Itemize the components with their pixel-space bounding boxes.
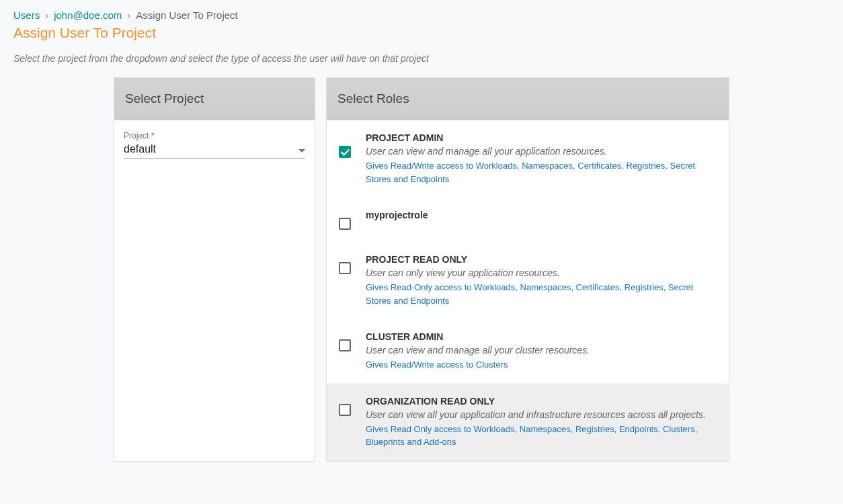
breadcrumb-separator: › <box>45 9 48 21</box>
select-project-header: Select Project <box>114 78 315 120</box>
role-name: PROJECT READ ONLY <box>366 254 717 265</box>
role-item: ORGANIZATION READ ONLYUser can view all … <box>327 384 729 461</box>
role-content: ORGANIZATION READ ONLYUser can view all … <box>366 396 717 449</box>
select-project-panel: Select Project Project * default <box>114 77 315 462</box>
role-item: CLUSTER ADMINUser can view and manage al… <box>327 319 729 384</box>
project-field-label: Project * <box>124 131 305 140</box>
role-access-link[interactable]: Gives Read/Write access to Workloads, Na… <box>366 159 717 185</box>
page-subtitle: Select the project from the dropdown and… <box>13 53 830 64</box>
role-name: myprojectrole <box>366 210 717 220</box>
project-select-value: default <box>124 143 156 155</box>
role-checkbox[interactable] <box>339 404 351 416</box>
breadcrumb-users-link[interactable]: Users <box>13 9 40 21</box>
role-checkbox[interactable] <box>339 262 351 274</box>
role-access-link[interactable]: Gives Read Only access to Workloads, Nam… <box>366 423 717 449</box>
role-item: PROJECT READ ONLYUser can only view your… <box>327 242 729 319</box>
role-content: CLUSTER ADMINUser can view and manage al… <box>366 331 717 372</box>
breadcrumb: Users › john@doe.com › Assign User To Pr… <box>13 9 830 21</box>
breadcrumb-current: Assign User To Project <box>136 9 237 21</box>
role-name: ORGANIZATION READ ONLY <box>366 396 717 407</box>
role-item: PROJECT ADMINUser can view and manage al… <box>327 120 729 198</box>
role-description: User can view and manage all your applic… <box>366 146 717 157</box>
select-roles-header: Select Roles <box>327 78 729 120</box>
role-item: myprojectrole <box>327 198 729 242</box>
breadcrumb-separator: › <box>127 9 130 21</box>
role-description: User can only view your application reso… <box>366 267 717 278</box>
project-select[interactable]: default <box>124 143 305 159</box>
breadcrumb-user-email-link[interactable]: john@doe.com <box>54 9 122 21</box>
role-name: CLUSTER ADMIN <box>366 331 717 342</box>
select-roles-panel: Select Roles PROJECT ADMINUser can view … <box>326 77 729 462</box>
role-checkbox[interactable] <box>339 339 351 351</box>
role-name: PROJECT ADMIN <box>366 132 717 143</box>
role-description: User can view and manage all your cluste… <box>366 345 717 355</box>
role-content: PROJECT ADMINUser can view and manage al… <box>366 132 717 185</box>
role-access-link[interactable]: Gives Read-Only access to Workloads, Nam… <box>366 281 717 307</box>
page-title: Assign User To Project <box>13 25 830 41</box>
role-content: myprojectrole <box>366 210 717 223</box>
role-content: PROJECT READ ONLYUser can only view your… <box>366 254 717 307</box>
role-access-link[interactable]: Gives Read/Write access to Clusters <box>366 358 717 372</box>
role-checkbox[interactable] <box>339 218 351 230</box>
caret-down-icon <box>298 144 305 155</box>
role-checkbox[interactable] <box>339 146 351 158</box>
role-description: User can view all your application and i… <box>366 409 717 420</box>
